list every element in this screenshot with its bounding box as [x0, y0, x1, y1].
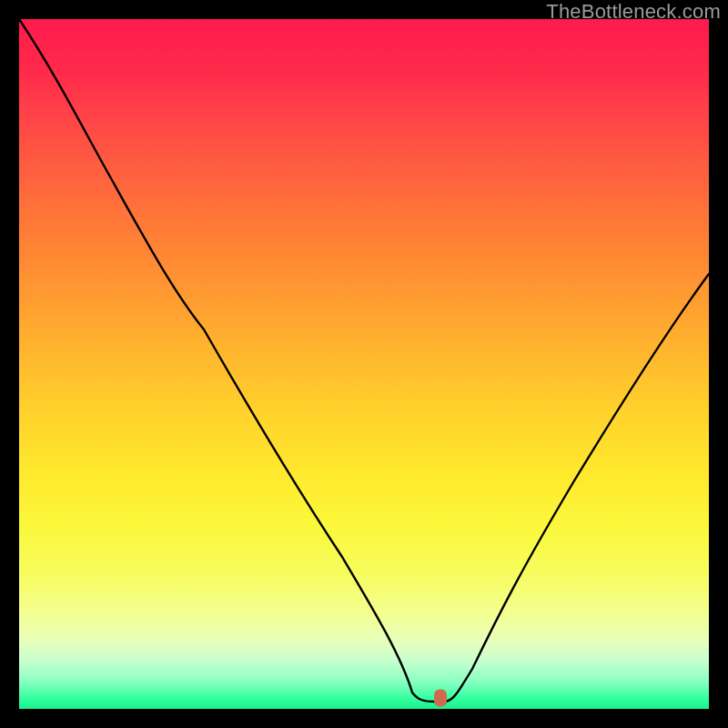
chart-frame: TheBottleneck.com: [0, 0, 728, 728]
bottleneck-curve: [19, 19, 709, 709]
watermark-text: TheBottleneck.com: [546, 0, 721, 24]
bottleneck-marker: [434, 690, 447, 707]
plot-area: [19, 19, 709, 709]
curve-path: [19, 19, 709, 702]
